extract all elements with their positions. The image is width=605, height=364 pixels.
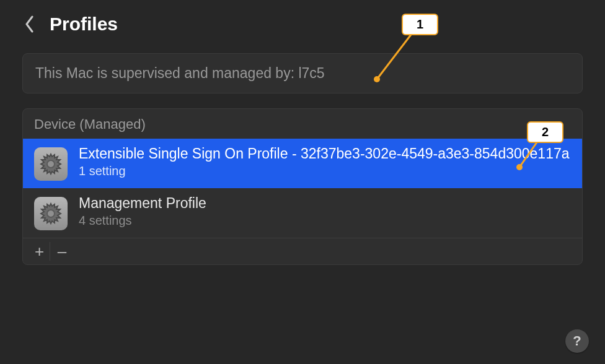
supervision-info-bar: This Mac is supervised and managed by: l… bbox=[22, 53, 583, 93]
plus-icon: + bbox=[35, 242, 44, 261]
profile-row-sso[interactable]: Extensible Single Sign On Profile - 32f3… bbox=[23, 139, 582, 188]
panel-footer: + – bbox=[23, 238, 582, 264]
supervision-info-text: This Mac is supervised and managed by: l… bbox=[35, 65, 325, 81]
add-button[interactable]: + bbox=[29, 242, 50, 261]
gear-icon bbox=[34, 147, 68, 181]
panel-header: Device (Managed) bbox=[23, 109, 582, 139]
profile-name: Management Profile bbox=[79, 194, 571, 212]
profile-sub: 4 settings bbox=[79, 214, 571, 228]
minus-icon: – bbox=[58, 242, 66, 261]
page-title: Profiles bbox=[50, 14, 118, 35]
remove-button[interactable]: – bbox=[51, 242, 73, 261]
back-button[interactable] bbox=[22, 12, 37, 36]
profiles-panel: Device (Managed) Extensible Single Sign … bbox=[22, 108, 583, 265]
help-icon: ? bbox=[573, 333, 581, 349]
profile-sub: 1 setting bbox=[79, 164, 571, 178]
profile-name: Extensible Single Sign On Profile - 32f3… bbox=[79, 145, 571, 163]
svg-point-1 bbox=[47, 160, 55, 168]
chevron-left-icon bbox=[25, 15, 35, 33]
profile-row-management[interactable]: Management Profile 4 settings bbox=[23, 188, 582, 238]
svg-point-2 bbox=[47, 210, 55, 217]
callout-1: 1 bbox=[402, 14, 438, 35]
help-button[interactable]: ? bbox=[565, 329, 589, 353]
gear-icon bbox=[34, 197, 68, 230]
callout-2: 2 bbox=[527, 121, 563, 143]
